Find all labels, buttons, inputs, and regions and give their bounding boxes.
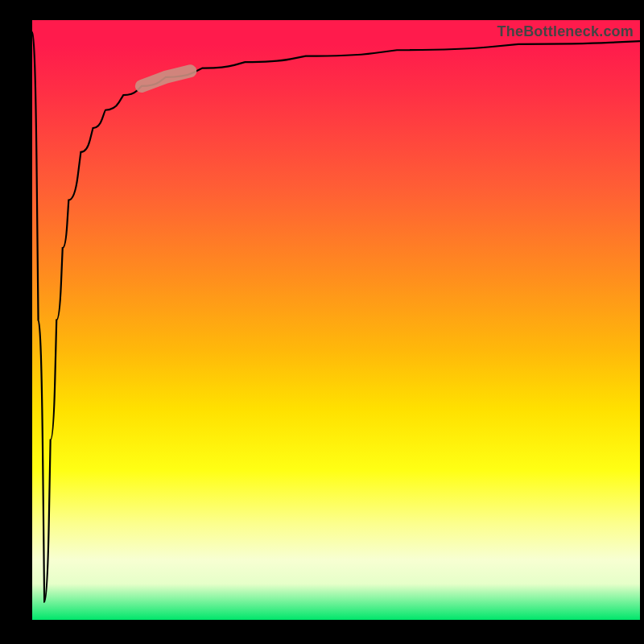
- attribution-label: TheBottleneck.com: [497, 23, 634, 40]
- chart-frame: TheBottleneck.com: [0, 0, 644, 644]
- highlight-marker: [142, 71, 190, 86]
- curve-svg: [32, 20, 640, 620]
- bottleneck-curve: [32, 32, 640, 602]
- plot-area: TheBottleneck.com: [32, 20, 640, 620]
